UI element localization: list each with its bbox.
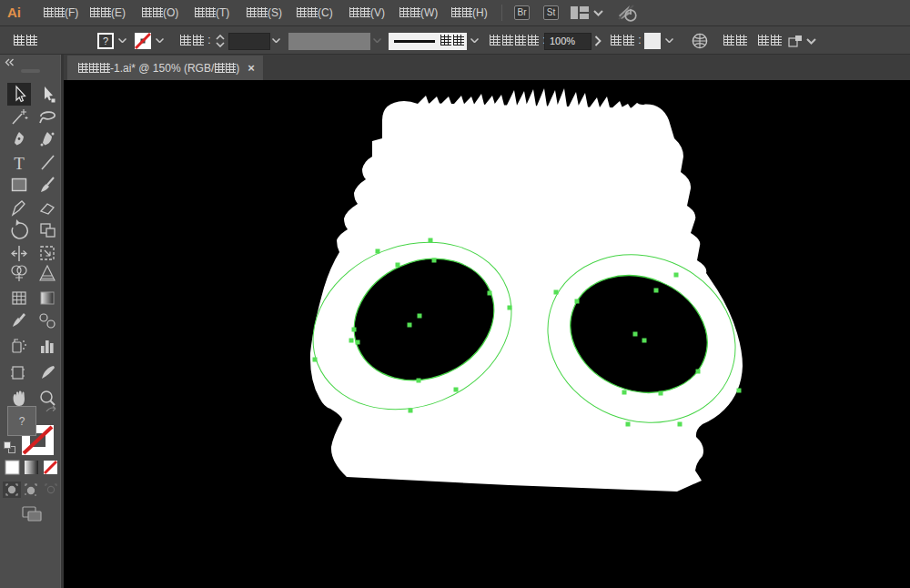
svg-text:?: ? xyxy=(19,415,25,428)
svg-text:T: T xyxy=(14,154,25,173)
